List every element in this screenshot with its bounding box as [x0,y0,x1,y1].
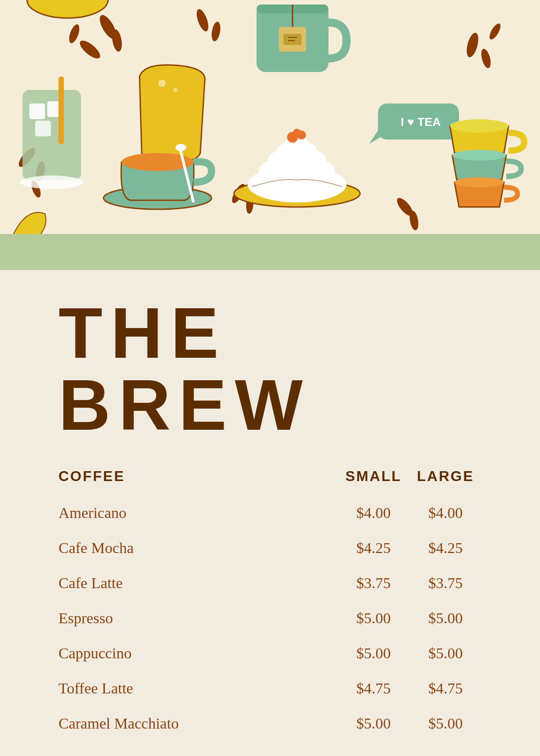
menu-item-name: Cafe Latte [58,566,338,601]
hero-green-band [0,234,540,270]
menu-item-name: Cafe Mocha [58,531,338,566]
table-row: Americano$4.00$4.00 [58,495,482,531]
col-header-small: SMALL [338,468,410,495]
table-row: Cafe Latte$3.75$3.75 [58,566,482,601]
svg-point-48 [450,119,508,133]
menu-item-name: Cappuccino [58,636,338,671]
svg-point-22 [20,176,83,189]
menu-title: THE BREW [58,297,482,441]
svg-rect-33 [284,34,302,45]
menu-item-small-price: $4.75 [338,671,410,706]
svg-text:I ♥ TEA: I ♥ TEA [400,115,441,129]
menu-table: COFFEE SMALL LARGE Americano$4.00$4.00Ca… [58,468,482,741]
table-row: Cappuccino$5.00$5.00 [58,636,482,671]
svg-point-26 [66,185,69,188]
svg-point-25 [39,185,42,188]
svg-rect-20 [35,121,51,136]
menu-item-small-price: $4.25 [338,531,410,566]
menu-item-large-price: $4.25 [410,531,482,566]
menu-item-small-price: $5.00 [338,601,410,636]
menu-item-small-price: $4.00 [338,495,410,531]
menu-item-large-price: $5.00 [410,636,482,671]
svg-point-24 [79,180,83,184]
menu-item-large-price: $4.00 [410,495,482,531]
svg-rect-18 [29,104,45,119]
menu-item-small-price: $5.00 [338,706,410,741]
col-header-large: LARGE [410,468,482,495]
menu-item-name: Toffee Latte [58,671,338,706]
menu-item-large-price: $3.75 [410,566,482,601]
table-row: Caramel Macchiato$5.00$5.00 [58,706,482,741]
table-row: Espresso$5.00$5.00 [58,601,482,636]
svg-rect-21 [58,76,64,144]
menu-item-small-price: $5.00 [338,636,410,671]
menu-item-name: Caramel Macchiato [58,706,338,741]
svg-point-50 [454,177,504,187]
svg-point-27 [158,80,166,87]
menu-item-name: Americano [58,495,338,531]
menu-item-name: Espresso [58,601,338,636]
table-header-row: COFFEE SMALL LARGE [58,468,482,495]
svg-point-54 [176,144,186,151]
menu-section: THE BREW COFFEE SMALL LARGE Americano$4.… [0,270,540,756]
menu-item-large-price: $4.75 [410,671,482,706]
table-row: Toffee Latte$4.75$4.75 [58,671,482,706]
menu-item-small-price: $3.75 [338,566,410,601]
svg-point-44 [293,129,301,137]
menu-item-large-price: $5.00 [410,706,482,741]
menu-item-large-price: $5.00 [410,601,482,636]
svg-point-28 [173,88,178,92]
svg-point-23 [21,180,24,184]
col-header-coffee: COFFEE [58,468,338,495]
svg-point-49 [452,150,506,161]
table-row: Cafe Mocha$4.25$4.25 [58,531,482,566]
hero-section: I ♥ TEA [0,0,540,270]
